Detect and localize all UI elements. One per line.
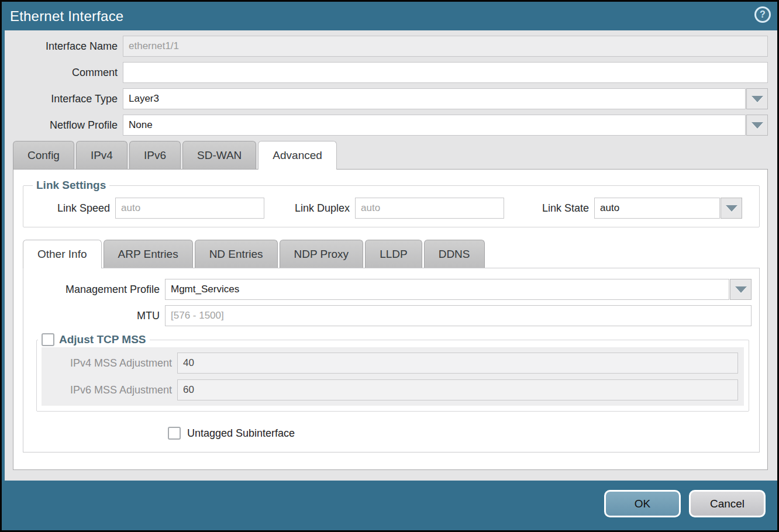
tab-ddns[interactable]: DDNS: [424, 240, 485, 268]
ipv6-mss-row: IPv6 MSS Adjustment: [42, 379, 738, 400]
untagged-subinterface-label: Untagged Subinterface: [187, 427, 295, 440]
dialog-titlebar: Ethernet Interface ?: [2, 2, 777, 30]
link-speed-group: Link Speed: [30, 198, 264, 219]
sub-tab-bar: Other Info ARP Entries ND Entries NDP Pr…: [23, 240, 760, 268]
mtu-label: MTU: [30, 310, 165, 322]
netflow-profile-select[interactable]: [123, 115, 746, 136]
help-icon-glyph: ?: [760, 9, 766, 20]
ipv6-mss-field: [177, 379, 738, 400]
chevron-down-icon: [752, 122, 763, 129]
management-profile-row: Management Profile: [30, 279, 752, 300]
tab-sd-wan[interactable]: SD-WAN: [182, 141, 256, 169]
advanced-tab-panel: Link Settings Link Speed Link Duplex Lin…: [13, 169, 768, 470]
tab-config[interactable]: Config: [13, 141, 74, 169]
cancel-button[interactable]: Cancel: [689, 490, 766, 517]
link-speed-field[interactable]: [115, 198, 264, 219]
untagged-subinterface-row: Untagged Subinterface: [168, 427, 752, 440]
mtu-field[interactable]: [165, 305, 752, 326]
ok-button[interactable]: OK: [604, 490, 681, 517]
interface-name-label: Interface Name: [13, 40, 123, 53]
interface-name-row: Interface Name: [13, 36, 768, 57]
mss-fields-box: IPv4 MSS Adjustment IPv6 MSS Adjustment: [42, 347, 744, 406]
mtu-row: MTU: [30, 305, 752, 326]
tab-ipv4[interactable]: IPv4: [76, 141, 127, 169]
interface-type-row: Interface Type: [13, 88, 768, 109]
link-state-select[interactable]: [594, 198, 720, 219]
chevron-down-icon: [752, 96, 763, 102]
interface-name-field: [123, 36, 768, 57]
link-duplex-group: Link Duplex: [291, 198, 504, 219]
link-state-label: Link State: [540, 202, 594, 215]
chevron-down-icon: [735, 286, 747, 293]
adjust-tcp-mss-group: Adjust TCP MSS IPv4 MSS Adjustment IPv6 …: [36, 333, 749, 412]
netflow-profile-row: Netflow Profile: [13, 115, 768, 136]
tab-nd-entries[interactable]: ND Entries: [195, 240, 278, 268]
dialog-body: Interface Name Comment Interface Type Ne…: [2, 30, 777, 481]
netflow-profile-label: Netflow Profile: [13, 119, 123, 132]
netflow-profile-dropdown-button[interactable]: [746, 115, 768, 136]
comment-row: Comment: [13, 62, 768, 83]
help-icon[interactable]: ?: [754, 6, 771, 23]
tab-ndp-proxy[interactable]: NDP Proxy: [280, 240, 364, 268]
adjust-tcp-mss-checkbox[interactable]: [42, 333, 54, 346]
ethernet-interface-dialog: Ethernet Interface ? Interface Name Comm…: [0, 0, 779, 532]
link-settings-group: Link Settings Link Speed Link Duplex Lin…: [23, 179, 760, 227]
tab-advanced[interactable]: Advanced: [258, 141, 337, 170]
dialog-title: Ethernet Interface: [10, 8, 123, 25]
tab-lldp[interactable]: LLDP: [365, 240, 422, 268]
tab-arp-entries[interactable]: ARP Entries: [104, 240, 193, 268]
link-settings-legend: Link Settings: [33, 179, 109, 192]
main-tab-bar: Config IPv4 IPv6 SD-WAN Advanced: [13, 141, 768, 169]
chevron-down-icon: [726, 205, 737, 212]
window-left-edge: [2, 30, 5, 481]
untagged-subinterface-checkbox[interactable]: [168, 427, 181, 440]
link-speed-label: Link Speed: [30, 202, 115, 215]
management-profile-label: Management Profile: [30, 284, 165, 296]
link-duplex-field[interactable]: [355, 198, 504, 219]
tab-ipv6[interactable]: IPv6: [129, 141, 181, 169]
link-duplex-label: Link Duplex: [291, 202, 355, 215]
interface-type-label: Interface Type: [13, 93, 123, 105]
tab-other-info[interactable]: Other Info: [23, 240, 102, 268]
management-profile-dropdown-button[interactable]: [730, 279, 752, 300]
management-profile-select[interactable]: [165, 279, 729, 300]
ipv6-mss-label: IPv6 MSS Adjustment: [42, 384, 177, 396]
interface-type-dropdown-button[interactable]: [746, 88, 768, 109]
ipv4-mss-row: IPv4 MSS Adjustment: [42, 353, 738, 374]
comment-label: Comment: [13, 67, 123, 79]
ipv4-mss-label: IPv4 MSS Adjustment: [42, 357, 177, 369]
dialog-footer: OK Cancel: [2, 481, 777, 530]
link-state-dropdown-button[interactable]: [721, 198, 742, 219]
other-info-panel: Management Profile MTU: [23, 268, 760, 452]
ipv4-mss-field: [177, 353, 738, 374]
link-state-group: Link State: [540, 198, 742, 219]
adjust-tcp-mss-legend: Adjust TCP MSS: [59, 333, 146, 346]
comment-field[interactable]: [123, 62, 768, 83]
interface-type-select[interactable]: [123, 88, 746, 109]
